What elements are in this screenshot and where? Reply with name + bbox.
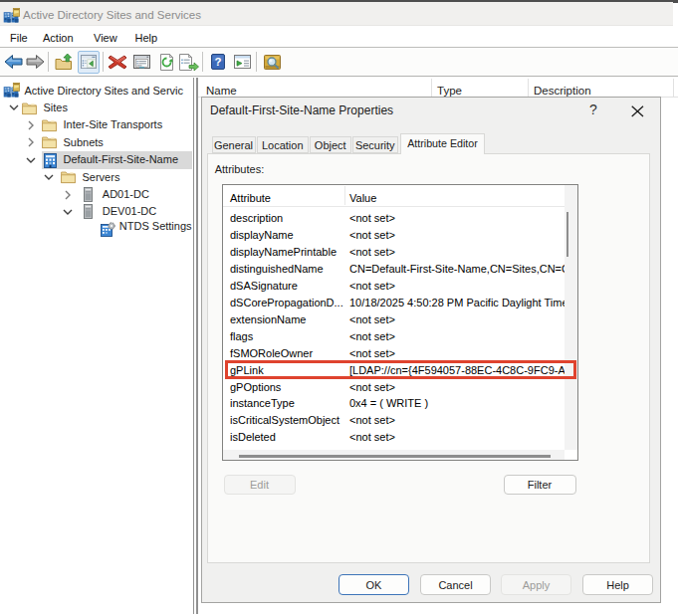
svg-text:?: ? [214, 56, 221, 68]
